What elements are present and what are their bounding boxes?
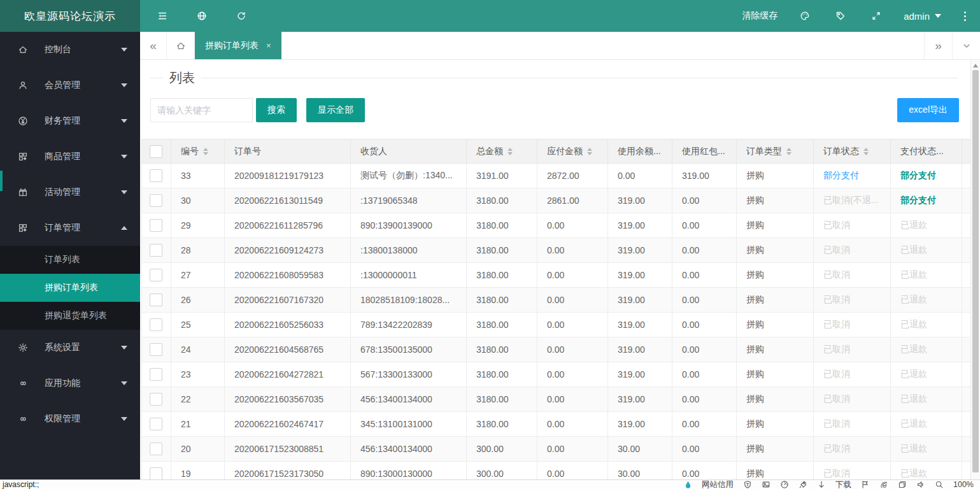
- sort-icon[interactable]: [786, 148, 792, 155]
- cell-payable: 0.00: [537, 313, 608, 337]
- sidebar-item-3[interactable]: 商品管理: [0, 139, 140, 174]
- speed-icon[interactable]: [780, 479, 789, 489]
- row-checkbox[interactable]: [150, 269, 162, 281]
- sort-icon[interactable]: [203, 148, 208, 155]
- fullscreen-icon[interactable]: [868, 8, 884, 24]
- cell-pay-status: 已退款: [900, 393, 927, 404]
- sidebar-item-8[interactable]: 权限管理: [0, 401, 140, 437]
- more-menu-icon[interactable]: [960, 10, 970, 22]
- sort-icon[interactable]: [587, 148, 592, 155]
- status-item-text[interactable]: 100%: [953, 480, 974, 489]
- sort-icon[interactable]: [863, 148, 869, 155]
- row-checkbox[interactable]: [150, 467, 162, 479]
- cell-payable: 2872.00: [537, 164, 608, 188]
- select-all-checkbox[interactable]: [150, 145, 162, 158]
- sidebar-item-7[interactable]: 应用功能: [0, 365, 140, 401]
- cell-order-type: 拼购: [737, 164, 814, 188]
- column-header[interactable]: 应付金额: [537, 139, 608, 164]
- sidebar-item-6[interactable]: 系统设置: [0, 330, 140, 365]
- cell-id: 30: [171, 188, 225, 213]
- tag-icon[interactable]: [832, 8, 849, 24]
- search-input[interactable]: [150, 98, 253, 122]
- cell-order-status: 已取消: [823, 319, 850, 329]
- sidebar-item-4[interactable]: 活动管理: [0, 174, 140, 210]
- cell-total: 3180.00: [467, 412, 537, 437]
- cell-pay-status: 已退款: [900, 418, 927, 429]
- row-checkbox[interactable]: [150, 194, 162, 207]
- cell-payable: 0.00: [537, 387, 608, 412]
- chevron-down-icon: [962, 41, 972, 51]
- show-all-button[interactable]: 显示全部: [306, 98, 365, 122]
- chevron-up-icon: [121, 226, 127, 230]
- palette-icon[interactable]: [797, 8, 813, 24]
- sidebar-item-2[interactable]: 财务管理: [0, 103, 140, 139]
- status-item-text[interactable]: 网站信用: [702, 479, 734, 489]
- table-row: 2620200622160716732018028518109:18028...…: [142, 288, 971, 313]
- cell-order-no: 202006221609124273: [225, 238, 351, 263]
- sidebar-item-5[interactable]: 订单管理: [0, 210, 140, 246]
- cell-redpacket-used: 0.00: [672, 263, 737, 288]
- search-icon[interactable]: [935, 479, 944, 489]
- row-checkbox[interactable]: [150, 219, 162, 232]
- cell-redpacket-used: 0.00: [672, 387, 737, 412]
- row-checkbox[interactable]: [150, 418, 162, 430]
- tabs-scroll-left-button[interactable]: «: [140, 32, 167, 59]
- scroll-up-arrow-icon[interactable]: [973, 64, 978, 67]
- collapse-sidebar-icon[interactable]: [154, 8, 171, 24]
- column-header[interactable]: 订单状态: [814, 139, 891, 164]
- cell-id: 22: [171, 387, 225, 412]
- user-menu[interactable]: admin: [904, 11, 941, 22]
- globe-icon[interactable]: [194, 8, 210, 24]
- sidebar-item-0[interactable]: 控制台: [0, 32, 140, 67]
- cell-payable: 0.00: [537, 337, 608, 362]
- flag-icon[interactable]: [861, 479, 870, 489]
- image-icon[interactable]: [762, 479, 771, 489]
- cell-balance-used: 319.00: [608, 337, 672, 362]
- speaker-icon[interactable]: [916, 479, 925, 489]
- home-icon: [18, 45, 28, 55]
- vertical-scrollbar[interactable]: [970, 60, 980, 479]
- status-item-text[interactable]: 下载: [835, 479, 851, 489]
- orders-table: 编号订单号收货人总金额应付金额使用余额...使用红包...订单类型订单状态支付状…: [141, 139, 970, 479]
- row-checkbox[interactable]: [150, 443, 162, 455]
- row-checkbox[interactable]: [150, 393, 162, 406]
- row-checkbox[interactable]: [150, 343, 162, 356]
- column-header[interactable]: 总金额: [467, 139, 537, 164]
- refresh-icon[interactable]: [233, 8, 250, 24]
- down-arrow-icon[interactable]: [817, 479, 826, 489]
- sidebar-item-1[interactable]: 会员管理: [0, 67, 140, 103]
- sidebar-subitem-5-2[interactable]: 拼购退货单列表: [0, 302, 140, 330]
- tabs-menu-button[interactable]: [952, 32, 980, 59]
- excel-export-button[interactable]: excel导出: [897, 98, 959, 122]
- droplet-icon[interactable]: [683, 481, 692, 489]
- cell-order-type: 拼购: [737, 263, 814, 288]
- window-icon[interactable]: [898, 479, 907, 489]
- scrollbar-thumb[interactable]: [972, 70, 979, 472]
- row-checkbox[interactable]: [150, 368, 162, 381]
- home-tab[interactable]: [167, 32, 195, 59]
- sidebar-subitem-5-1[interactable]: 拼购订单列表: [0, 274, 140, 302]
- table-row: 24202006221604568765678:135001350003180.…: [142, 337, 971, 362]
- row-checkbox[interactable]: [150, 318, 162, 331]
- chevron-down-icon: [121, 190, 127, 194]
- page-title: 列表: [163, 69, 201, 87]
- sort-icon[interactable]: [508, 148, 513, 155]
- column-header[interactable]: 订单类型: [737, 139, 814, 164]
- tabs-scroll-right-button[interactable]: »: [924, 32, 952, 59]
- ie-icon[interactable]: [879, 481, 888, 489]
- clear-cache-button[interactable]: 清除缓存: [742, 10, 778, 22]
- tab-active[interactable]: 拼购订单列表 ×: [195, 32, 281, 59]
- cell-total: 3180.00: [467, 288, 537, 313]
- search-button[interactable]: 搜索: [256, 98, 297, 122]
- row-checkbox[interactable]: [150, 294, 162, 306]
- sidebar-subitem-5-0[interactable]: 订单列表: [0, 246, 140, 274]
- column-header: 收货人: [351, 139, 467, 164]
- close-tab-icon[interactable]: ×: [266, 41, 271, 50]
- rocket-icon[interactable]: [799, 479, 807, 489]
- shield-icon[interactable]: [743, 479, 752, 489]
- column-header[interactable]: 编号: [171, 139, 225, 164]
- cell-order-status[interactable]: 部分支付: [823, 170, 859, 180]
- row-checkbox[interactable]: [150, 169, 162, 182]
- row-checkbox[interactable]: [150, 244, 162, 257]
- cell-order-type: 拼购: [737, 387, 814, 412]
